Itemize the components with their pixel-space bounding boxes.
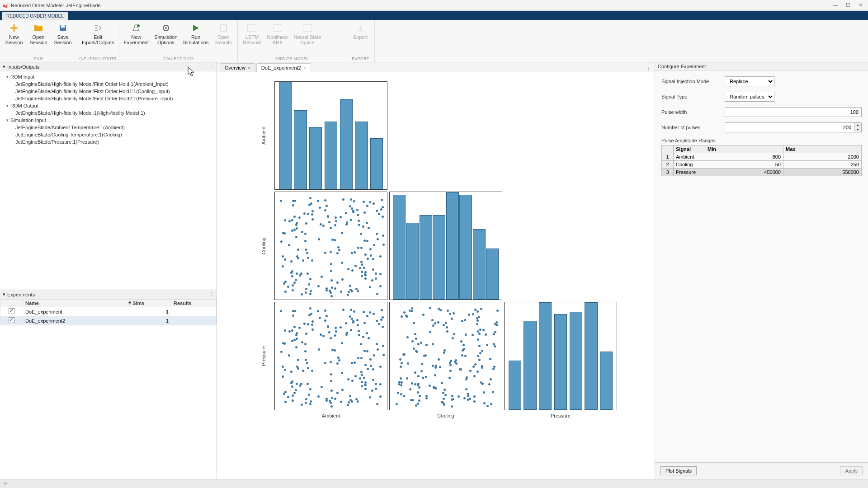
minimize-icon[interactable]: —	[833, 2, 838, 8]
ribbon-group-export-label: EXPORT	[348, 56, 373, 62]
experiments-title: Experiments	[7, 292, 35, 297]
signal-type-select[interactable]: Random pulses	[725, 92, 774, 102]
injection-mode-label: Signal Injection Mode	[661, 79, 720, 84]
chevron-up-icon: ▲	[854, 123, 861, 127]
edit-io-button[interactable]: Edit Inputs/Outputs	[79, 21, 117, 56]
export-icon	[355, 23, 366, 33]
run-simulations-button[interactable]: Run Simulations	[180, 21, 212, 56]
num-pulses-spinner[interactable]: ▲▼	[854, 122, 862, 132]
ribbon-group-file-label: FILE	[2, 56, 75, 62]
table-row[interactable]: DoE_experiment 1	[0, 307, 217, 316]
tree-leaf[interactable]: JetEngineBlade/High-fidelity Model/First…	[0, 88, 217, 95]
ylabel-pressure: Pressure	[255, 302, 273, 410]
plot-matrix: Ambient Cooling 25020015010050 Pressure …	[217, 72, 655, 479]
ribbon: New Session Open Session Save Session FI…	[0, 20, 868, 62]
col-name: Name	[23, 300, 126, 307]
new-experiment-button[interactable]: New Experiment	[121, 21, 152, 56]
ribbon-group-io-label: INPUTS/OUTPUTS	[79, 56, 117, 62]
inputs-outputs-title: Inputs/Outputs	[7, 64, 40, 70]
lstm-button: LSTM Network	[240, 21, 264, 56]
xlabel-ambient: Ambient	[274, 412, 387, 426]
exp-panel-menu-icon[interactable]: ⋮	[209, 291, 214, 297]
chart-ambient-hist[interactable]	[274, 81, 387, 190]
save-icon	[57, 23, 68, 33]
table-row[interactable]: DoE_experiment2 1	[0, 316, 217, 325]
narx-button: Nonlinear ARX	[264, 21, 291, 56]
save-session-button[interactable]: Save Session	[51, 21, 75, 56]
tree-leaf[interactable]: JetEngineBlade/Ambient Temperature:1(Amb…	[0, 124, 217, 131]
pulse-width-input[interactable]	[725, 107, 862, 117]
col-max: Max	[783, 145, 862, 153]
experiments-table: Name # Sims Results DoE_experiment 1 DoE…	[0, 299, 217, 325]
view-tabs-menu-icon[interactable]: ⋮	[646, 66, 651, 72]
svg-rect-7	[303, 24, 312, 32]
ylabel-ambient: Ambient	[255, 81, 273, 190]
tab-close-icon[interactable]: ×	[303, 66, 306, 70]
chart-pressure-hist[interactable]: 4.555.5 ×10⁵	[504, 302, 617, 410]
chart-pressure-vs-ambient[interactable]: 5.65.45.254.84.64.4 100015002000	[274, 302, 387, 410]
amplitude-ranges-label: Pulse Amplitude Ranges	[661, 138, 862, 143]
tree-leaf[interactable]: JetEngineBlade/Pressure:1(Pressure)	[0, 138, 217, 145]
pulse-width-label: Pulse width	[661, 109, 720, 115]
maximize-icon[interactable]: ☐	[846, 2, 850, 8]
chart-pressure-vs-cooling[interactable]: 50100150200250	[389, 302, 502, 410]
chart-cooling-vs-ambient[interactable]: 25020015010050	[274, 192, 387, 300]
tree-leaf[interactable]: JetEngineBlade/Cooling Temperature:1(Coo…	[0, 131, 217, 138]
svg-rect-4	[220, 25, 226, 31]
view-tabs: Overview× DoE_experiment2× ⋮	[217, 62, 655, 72]
tree-node-rom-output[interactable]: ROM Output	[0, 102, 217, 109]
chevron-down-icon: ▼	[854, 127, 861, 132]
nss-icon	[302, 23, 313, 33]
plot-signals-button[interactable]: Plot Signals	[660, 466, 697, 475]
configure-experiment-header: Configure Experiment	[655, 62, 868, 71]
tree-leaf[interactable]: JetEngineBlade/High-fidelity Model:1(Hig…	[0, 109, 217, 117]
svg-point-3	[165, 27, 167, 29]
table-row[interactable]: 2Cooling50250	[662, 161, 862, 169]
checkbox[interactable]	[9, 317, 14, 323]
io-panel-menu-icon[interactable]: ⋮	[209, 64, 214, 70]
ribbon-tab-rom[interactable]: REDUCED ORDER MODEL	[2, 12, 68, 20]
tree-leaf[interactable]: JetEngineBlade/High-fidelity Model/First…	[0, 95, 217, 102]
experiments-header: ▾ Experiments ⋮	[0, 290, 217, 299]
apply-button: Apply	[840, 466, 863, 475]
export-button: Export	[348, 21, 373, 56]
table-row[interactable]: 1Ambient8002000	[662, 153, 862, 161]
new-session-button[interactable]: New Session	[2, 21, 26, 56]
statusbar-handle-icon: ⊩	[4, 481, 8, 487]
open-session-button[interactable]: Open Session	[26, 21, 51, 56]
io-icon	[93, 23, 104, 33]
chart-cooling-hist[interactable]	[389, 192, 502, 300]
injection-mode-select[interactable]: Replace	[725, 76, 774, 86]
tree-node-sim-input[interactable]: Simulation Input	[0, 117, 217, 124]
tree-node-rom-input[interactable]: ROM Input	[0, 73, 217, 80]
col-min: Min	[705, 145, 783, 153]
tab-overview[interactable]: Overview×	[220, 63, 255, 72]
svg-rect-5	[247, 24, 256, 32]
num-pulses-input[interactable]	[725, 122, 854, 132]
checkbox[interactable]	[9, 308, 14, 314]
col-sims: # Sims	[126, 300, 171, 307]
inputs-outputs-header: ▾ Inputs/Outputs ⋮	[0, 62, 217, 71]
ribbon-group-collect-label: COLLECT DATA	[121, 56, 236, 62]
narx-icon	[272, 23, 283, 33]
col-signal: Signal	[674, 145, 705, 153]
num-pulses-label: Number of pulses	[661, 125, 720, 130]
svg-point-1	[137, 24, 140, 27]
table-row[interactable]: 3Pressure450000550000	[662, 169, 862, 176]
amplitude-table: Signal Min Max 1Ambient8002000 2Cooling5…	[661, 145, 862, 176]
close-icon[interactable]: ✕	[859, 2, 863, 8]
tab-doe2[interactable]: DoE_experiment2×	[256, 63, 311, 72]
simulation-options-button[interactable]: Simulation Options	[151, 21, 180, 56]
tree-leaf[interactable]: JetEngineBlade/High-fidelity Model/First…	[0, 80, 217, 88]
tab-close-icon[interactable]: ×	[248, 66, 250, 70]
svg-rect-0	[61, 25, 65, 28]
xlabel-cooling: Cooling	[389, 412, 502, 426]
plus-icon	[9, 23, 19, 33]
xlabel-pressure: Pressure	[504, 412, 617, 426]
statusbar: ⊩	[0, 479, 868, 488]
ribbon-group-create-label: CREATE MODEL	[240, 56, 344, 62]
io-tree: ROM Input JetEngineBlade/High-fidelity M…	[0, 71, 217, 290]
nss-button: Neural State Space	[291, 21, 324, 56]
matlab-logo-icon	[2, 2, 8, 9]
svg-rect-6	[273, 24, 282, 32]
